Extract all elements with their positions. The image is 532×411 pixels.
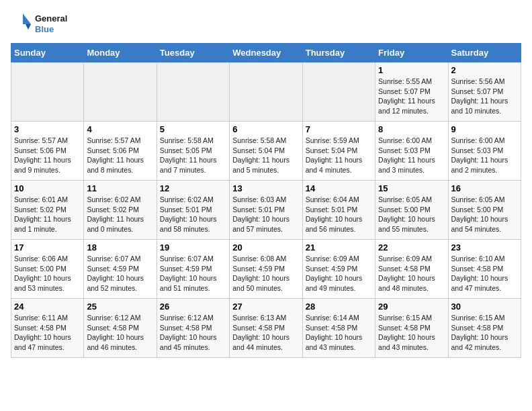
calendar-cell: 17Sunrise: 6:06 AMSunset: 5:00 PMDayligh…	[11, 240, 84, 299]
calendar-cell: 23Sunrise: 6:10 AMSunset: 4:58 PMDayligh…	[448, 240, 521, 299]
day-info: Sunrise: 6:04 AMSunset: 5:01 PMDaylight:…	[306, 195, 372, 234]
day-number: 3	[14, 124, 81, 134]
calendar-cell: 6Sunrise: 5:58 AMSunset: 5:04 PMDaylight…	[230, 122, 302, 181]
weekday-header-sunday: Sunday	[11, 44, 84, 62]
day-number: 20	[232, 242, 299, 253]
day-info: Sunrise: 6:14 AMSunset: 4:58 PMDaylight:…	[306, 313, 372, 353]
day-info: Sunrise: 6:07 AMSunset: 4:59 PMDaylight:…	[160, 254, 226, 293]
calendar-cell: 22Sunrise: 6:09 AMSunset: 4:58 PMDayligh…	[375, 240, 448, 299]
day-info: Sunrise: 6:08 AMSunset: 4:59 PMDaylight:…	[232, 254, 299, 293]
day-number: 19	[160, 242, 226, 253]
day-number: 7	[306, 124, 372, 134]
weekday-header-monday: Monday	[84, 44, 157, 62]
calendar-cell: 16Sunrise: 6:05 AMSunset: 5:00 PMDayligh…	[448, 181, 521, 240]
day-number: 22	[378, 242, 445, 253]
day-number: 21	[306, 242, 372, 253]
calendar-cell: 18Sunrise: 6:07 AMSunset: 4:59 PMDayligh…	[84, 240, 157, 299]
day-number: 6	[232, 124, 299, 134]
calendar-cell: 25Sunrise: 6:12 AMSunset: 4:58 PMDayligh…	[84, 299, 157, 358]
calendar-week-row: 24Sunrise: 6:11 AMSunset: 4:58 PMDayligh…	[11, 299, 521, 358]
calendar-cell	[230, 62, 302, 122]
calendar-cell: 1Sunrise: 5:55 AMSunset: 5:07 PMDaylight…	[375, 62, 448, 122]
day-info: Sunrise: 6:01 AMSunset: 5:02 PMDaylight:…	[14, 195, 81, 234]
day-info: Sunrise: 6:03 AMSunset: 5:01 PMDaylight:…	[232, 195, 299, 234]
day-info: Sunrise: 6:09 AMSunset: 4:58 PMDaylight:…	[378, 254, 445, 293]
calendar-cell: 11Sunrise: 6:02 AMSunset: 5:02 PMDayligh…	[84, 181, 157, 240]
day-info: Sunrise: 5:59 AMSunset: 5:04 PMDaylight:…	[306, 136, 372, 175]
day-number: 15	[378, 183, 445, 193]
day-number: 8	[378, 124, 445, 134]
logo: General Blue	[11, 11, 67, 38]
calendar-cell: 2Sunrise: 5:56 AMSunset: 5:07 PMDaylight…	[448, 62, 521, 122]
weekday-header-wednesday: Wednesday	[230, 44, 302, 62]
day-info: Sunrise: 6:00 AMSunset: 5:03 PMDaylight:…	[451, 136, 518, 175]
day-info: Sunrise: 6:15 AMSunset: 4:58 PMDaylight:…	[451, 313, 518, 353]
day-info: Sunrise: 5:57 AMSunset: 5:06 PMDaylight:…	[14, 136, 81, 175]
day-info: Sunrise: 5:56 AMSunset: 5:07 PMDaylight:…	[451, 77, 518, 116]
day-info: Sunrise: 5:57 AMSunset: 5:06 PMDaylight:…	[87, 136, 153, 175]
calendar-cell: 27Sunrise: 6:13 AMSunset: 4:58 PMDayligh…	[230, 299, 302, 358]
calendar-cell	[84, 62, 157, 122]
day-number: 12	[160, 183, 226, 193]
day-info: Sunrise: 6:06 AMSunset: 5:00 PMDaylight:…	[14, 254, 81, 293]
day-number: 13	[232, 183, 299, 193]
day-info: Sunrise: 6:00 AMSunset: 5:03 PMDaylight:…	[378, 136, 445, 175]
day-number: 4	[87, 124, 153, 134]
day-info: Sunrise: 6:02 AMSunset: 5:01 PMDaylight:…	[160, 195, 226, 234]
day-info: Sunrise: 6:11 AMSunset: 4:58 PMDaylight:…	[14, 313, 81, 353]
day-number: 9	[451, 124, 518, 134]
calendar-cell: 28Sunrise: 6:14 AMSunset: 4:58 PMDayligh…	[302, 299, 375, 358]
day-number: 23	[451, 242, 518, 253]
calendar-cell: 30Sunrise: 6:15 AMSunset: 4:58 PMDayligh…	[448, 299, 521, 358]
weekday-header-friday: Friday	[375, 44, 448, 62]
calendar-week-row: 3Sunrise: 5:57 AMSunset: 5:06 PMDaylight…	[11, 122, 521, 181]
weekday-header-thursday: Thursday	[302, 44, 375, 62]
calendar-cell: 7Sunrise: 5:59 AMSunset: 5:04 PMDaylight…	[302, 122, 375, 181]
calendar-cell: 14Sunrise: 6:04 AMSunset: 5:01 PMDayligh…	[302, 181, 375, 240]
day-info: Sunrise: 6:10 AMSunset: 4:58 PMDaylight:…	[451, 254, 518, 293]
calendar-cell	[157, 62, 229, 122]
calendar-cell: 10Sunrise: 6:01 AMSunset: 5:02 PMDayligh…	[11, 181, 84, 240]
day-number: 11	[87, 183, 153, 193]
weekday-header-saturday: Saturday	[448, 44, 521, 62]
calendar-week-row: 10Sunrise: 6:01 AMSunset: 5:02 PMDayligh…	[11, 181, 521, 240]
day-info: Sunrise: 6:13 AMSunset: 4:58 PMDaylight:…	[232, 313, 299, 353]
calendar-cell: 5Sunrise: 5:58 AMSunset: 5:05 PMDaylight…	[157, 122, 229, 181]
day-number: 29	[378, 302, 445, 312]
day-number: 14	[306, 183, 372, 193]
calendar-cell: 24Sunrise: 6:11 AMSunset: 4:58 PMDayligh…	[11, 299, 84, 358]
day-number: 10	[14, 183, 81, 193]
day-info: Sunrise: 5:58 AMSunset: 5:05 PMDaylight:…	[160, 136, 226, 175]
weekday-header-row: SundayMondayTuesdayWednesdayThursdayFrid…	[11, 44, 521, 62]
day-number: 26	[160, 302, 226, 312]
calendar-cell: 26Sunrise: 6:12 AMSunset: 4:58 PMDayligh…	[157, 299, 229, 358]
day-number: 18	[87, 242, 153, 253]
day-number: 27	[232, 302, 299, 312]
day-info: Sunrise: 6:12 AMSunset: 4:58 PMDaylight:…	[160, 313, 226, 353]
day-info: Sunrise: 6:15 AMSunset: 4:58 PMDaylight:…	[378, 313, 445, 353]
calendar-week-row: 17Sunrise: 6:06 AMSunset: 5:00 PMDayligh…	[11, 240, 521, 299]
day-number: 16	[451, 183, 518, 193]
logo-blue-text: Blue	[35, 24, 67, 35]
calendar-cell: 3Sunrise: 5:57 AMSunset: 5:06 PMDaylight…	[11, 122, 84, 181]
day-info: Sunrise: 6:02 AMSunset: 5:02 PMDaylight:…	[87, 195, 153, 234]
calendar-week-row: 1Sunrise: 5:55 AMSunset: 5:07 PMDaylight…	[11, 62, 521, 122]
weekday-header-tuesday: Tuesday	[157, 44, 229, 62]
calendar-cell	[302, 62, 375, 122]
calendar-cell: 13Sunrise: 6:03 AMSunset: 5:01 PMDayligh…	[230, 181, 302, 240]
header: General Blue	[11, 11, 521, 38]
calendar-table: SundayMondayTuesdayWednesdayThursdayFrid…	[11, 43, 521, 358]
calendar-cell	[11, 62, 84, 122]
calendar-cell: 29Sunrise: 6:15 AMSunset: 4:58 PMDayligh…	[375, 299, 448, 358]
day-number: 1	[378, 65, 445, 75]
day-info: Sunrise: 5:55 AMSunset: 5:07 PMDaylight:…	[378, 77, 445, 116]
day-number: 28	[306, 302, 372, 312]
calendar-cell: 15Sunrise: 6:05 AMSunset: 5:00 PMDayligh…	[375, 181, 448, 240]
day-info: Sunrise: 6:07 AMSunset: 4:59 PMDaylight:…	[87, 254, 153, 293]
logo-general-text: General	[35, 13, 67, 24]
day-info: Sunrise: 6:05 AMSunset: 5:00 PMDaylight:…	[378, 195, 445, 234]
calendar-cell: 19Sunrise: 6:07 AMSunset: 4:59 PMDayligh…	[157, 240, 229, 299]
day-number: 25	[87, 302, 153, 312]
day-info: Sunrise: 6:12 AMSunset: 4:58 PMDaylight:…	[87, 313, 153, 353]
day-info: Sunrise: 6:09 AMSunset: 4:59 PMDaylight:…	[306, 254, 372, 293]
